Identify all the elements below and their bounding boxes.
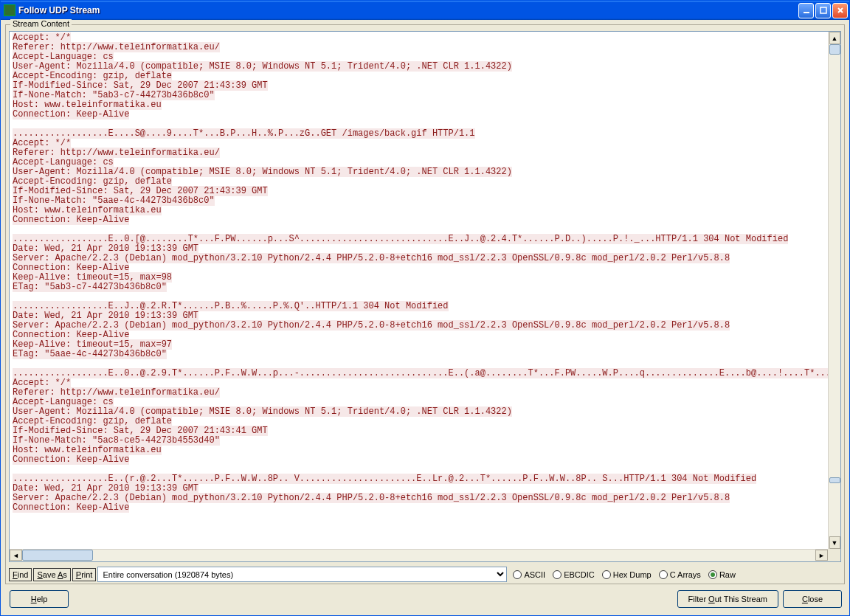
radio-raw-label: Raw [719, 570, 736, 579]
svg-rect-1 [820, 7, 826, 13]
window: Follow UDP Stream Stream Content Accept:… [0, 0, 850, 616]
save-as-button[interactable]: Save As [33, 568, 70, 581]
stream-controls: Find Save As Print Entire conversation (… [6, 565, 844, 584]
radio-hexdump-label: Hex Dump [613, 570, 652, 579]
radio-carrays-label: C Arrays [670, 570, 701, 579]
radio-ebcdic[interactable]: EBCDIC [553, 570, 595, 579]
scroll-corner [828, 549, 840, 561]
close-window-button[interactable] [832, 3, 848, 18]
stream-content-group: Stream Content Accept: */* Referer: http… [5, 24, 845, 584]
radio-ascii-label: ASCII [524, 570, 545, 579]
stream-text[interactable]: Accept: */* Referer: http://www.teleinfo… [10, 32, 840, 514]
maximize-button[interactable] [815, 3, 831, 18]
conversation-select[interactable]: Entire conversation (1920874 bytes) [97, 567, 507, 582]
maximize-icon [820, 7, 827, 14]
hscroll-thumb[interactable] [22, 550, 93, 561]
radio-carrays[interactable]: C Arrays [659, 570, 701, 579]
scroll-left-arrow-icon[interactable]: ◄ [10, 550, 22, 561]
help-button[interactable]: Help [10, 590, 69, 608]
close-icon [837, 7, 844, 14]
print-button[interactable]: Print [72, 568, 97, 581]
vscroll-marker[interactable] [829, 477, 840, 483]
radio-ascii[interactable]: ASCII [513, 570, 545, 579]
filter-out-button[interactable]: Filter Out This Stream [677, 590, 778, 608]
vertical-scrollbar[interactable]: ▲ ▼ [828, 32, 840, 549]
minimize-button[interactable] [798, 3, 814, 18]
vscroll-thumb[interactable] [829, 44, 840, 55]
scroll-down-arrow-icon[interactable]: ▼ [829, 536, 840, 549]
stream-text-area[interactable]: Accept: */* Referer: http://www.teleinfo… [9, 31, 841, 562]
find-button[interactable]: Find [9, 568, 32, 581]
close-button[interactable]: Close [783, 590, 842, 608]
app-icon [4, 4, 15, 16]
scroll-up-arrow-icon[interactable]: ▲ [829, 32, 840, 44]
format-radio-group: ASCII EBCDIC Hex Dump C Arrays Raw [513, 570, 741, 579]
horizontal-scrollbar[interactable]: ◄ ► [10, 549, 828, 561]
client-area: Stream Content Accept: */* Referer: http… [1, 20, 849, 615]
hscroll-track[interactable] [22, 550, 815, 561]
dialog-buttons: Help Filter Out This Stream Close [4, 587, 846, 612]
radio-hexdump[interactable]: Hex Dump [602, 570, 652, 579]
group-legend: Stream Content [10, 19, 72, 28]
window-title: Follow UDP Stream [18, 5, 100, 15]
svg-rect-0 [804, 12, 809, 13]
titlebar: Follow UDP Stream [1, 1, 849, 20]
radio-ebcdic-label: EBCDIC [564, 570, 595, 579]
radio-raw[interactable]: Raw [708, 570, 736, 579]
scroll-right-arrow-icon[interactable]: ► [815, 550, 828, 561]
vscroll-track[interactable] [829, 44, 840, 536]
minimize-icon [803, 7, 810, 14]
